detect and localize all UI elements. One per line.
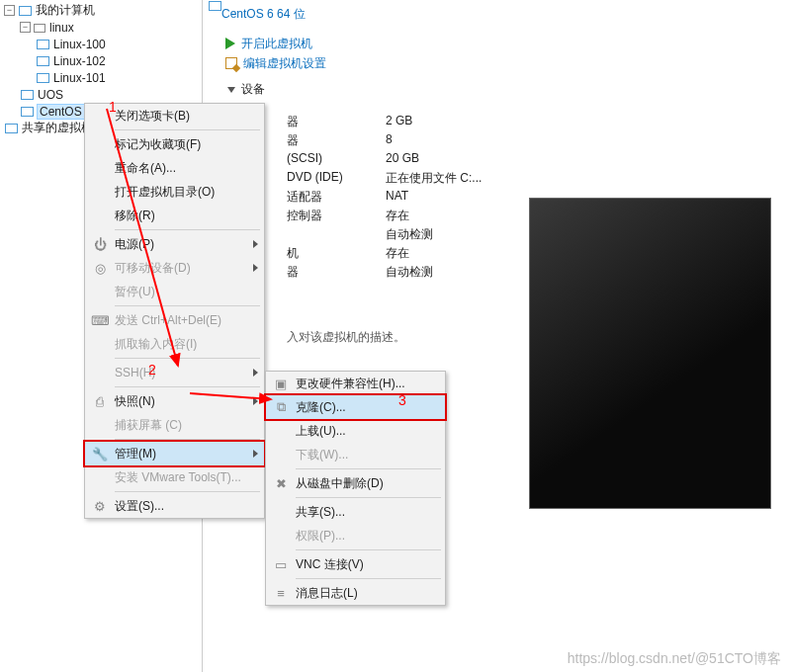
power-on-link[interactable]: 开启此虚拟机 <box>225 34 773 53</box>
vm-title: CentOS 6 64 位 <box>221 6 306 23</box>
tree-root[interactable]: −我的计算机 <box>4 2 202 19</box>
menu-install-vmware-tools: 安装 VMware Tools(T)... <box>85 465 264 489</box>
tree-vm-uos[interactable]: UOS <box>4 86 202 103</box>
menu-snapshot[interactable]: ⎙快照(N) <box>85 389 264 413</box>
log-icon: ≡ <box>273 585 289 601</box>
annotation-2: 2 <box>148 362 156 378</box>
delete-icon: ✖ <box>273 475 289 491</box>
submenu-share[interactable]: 共享(S)... <box>266 500 445 524</box>
menu-mark-favorite[interactable]: 标记为收藏项(F) <box>85 132 264 156</box>
vnc-icon: ▭ <box>273 556 289 572</box>
vm-title-row: CentOS 6 64 位 <box>208 0 791 28</box>
submenu-clone[interactable]: ⧉克隆(C)... <box>266 395 445 419</box>
menu-send-cad: ⌨发送 Ctrl+Alt+Del(E) <box>85 308 264 332</box>
devices-header[interactable]: 设备 <box>208 79 791 100</box>
wrench-icon <box>225 57 237 69</box>
menu-removable-devices: ◎可移动设备(D) <box>85 256 264 280</box>
tree-vm-linux-100[interactable]: Linux-100 <box>4 36 202 52</box>
submenu-vnc[interactable]: ▭VNC 连接(V) <box>266 552 445 576</box>
menu-rename[interactable]: 重命名(A)... <box>85 156 264 180</box>
gear-icon: ⚙ <box>92 498 108 514</box>
annotation-1: 1 <box>109 99 117 115</box>
menu-pause: 暂停(U) <box>85 280 264 303</box>
menu-manage[interactable]: 🔧管理(M) <box>85 442 264 465</box>
tree-vm-linux-101[interactable]: Linux-101 <box>4 69 202 86</box>
usb-icon: ◎ <box>92 260 108 276</box>
menu-grab-input: 抓取输入内容(I) <box>85 332 264 356</box>
annotation-3: 3 <box>398 392 406 408</box>
tree-vm-linux-102[interactable]: Linux-102 <box>4 52 202 69</box>
description-placeholder[interactable]: 入对该虚拟机的描述。 <box>287 329 405 346</box>
submenu-upload[interactable]: 上载(U)... <box>266 419 445 443</box>
snapshot-icon: ⎙ <box>92 393 108 409</box>
menu-capture-screen: 捕获屏幕 (C) <box>85 413 264 437</box>
watermark: https://blog.csdn.net/@51CTO博客 <box>568 650 781 668</box>
edit-settings-link[interactable]: 编辑虚拟机设置 <box>225 53 773 73</box>
menu-settings[interactable]: ⚙设置(S)... <box>85 494 264 518</box>
wrench-icon: 🔧 <box>92 446 108 462</box>
tree-folder-linux[interactable]: −linux <box>4 19 202 36</box>
chevron-down-icon <box>227 87 235 93</box>
vm-context-menu: 关闭选项卡(B) 标记为收藏项(F) 重命名(A)... 打开虚拟机目录(O) … <box>84 103 265 519</box>
submenu-download: 下载(W)... <box>266 443 445 466</box>
menu-remove[interactable]: 移除(R) <box>85 204 264 227</box>
power-icon: ⏻ <box>92 236 108 252</box>
chevron-right-icon <box>253 240 258 248</box>
manage-submenu: ▣更改硬件兼容性(H)... ⧉克隆(C)... 上载(U)... 下载(W).… <box>265 371 446 606</box>
submenu-message-log[interactable]: ≡消息日志(L) <box>266 581 445 605</box>
menu-open-vm-dir[interactable]: 打开虚拟机目录(O) <box>85 180 264 204</box>
menu-ssh: SSH(H) <box>85 361 264 384</box>
chip-icon: ▣ <box>273 376 289 391</box>
keyboard-icon: ⌨ <box>92 312 108 328</box>
vm-screenshot-thumbnail <box>529 198 771 509</box>
submenu-permissions: 权限(P)... <box>266 524 445 547</box>
menu-power[interactable]: ⏻电源(P) <box>85 232 264 256</box>
submenu-change-compat[interactable]: ▣更改硬件兼容性(H)... <box>266 372 445 395</box>
play-icon <box>225 38 235 49</box>
hardware-specs: 器2 GB 器8 (SCSI)20 GB DVD (IDE)正在使用文件 C:.… <box>287 114 482 283</box>
clone-icon: ⧉ <box>273 399 289 415</box>
submenu-delete-from-disk[interactable]: ✖从磁盘中删除(D) <box>266 471 445 495</box>
